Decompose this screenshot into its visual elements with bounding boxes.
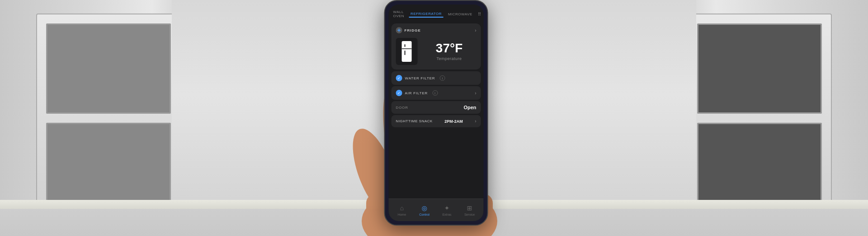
more-apps-icon[interactable]: ⠿ — [478, 12, 481, 17]
water-filter-label: WATER FILTER — [405, 76, 435, 80]
nav-service-label: Service — [464, 213, 475, 216]
nav-item-home[interactable]: ⌂ Home — [397, 204, 406, 216]
tab-refrigerator[interactable]: REFRIGERATOR — [409, 11, 443, 18]
svg-rect-0 — [402, 41, 412, 62]
nav-home-label: Home — [398, 213, 406, 216]
snack-time: 2PM-2AM — [444, 119, 463, 124]
nav-control-label: Control — [419, 213, 429, 216]
air-filter-info-icon[interactable]: i — [432, 90, 438, 96]
right-oven-lower — [697, 123, 822, 213]
water-filter-row[interactable]: ✓ WATER FILTER i — [392, 71, 481, 85]
door-status: Open — [463, 105, 476, 110]
nav-extras-label: Extras — [443, 213, 452, 216]
svg-rect-3 — [405, 51, 406, 55]
air-filter-label: AIR FILTER — [405, 91, 428, 95]
nav-tabs-bar: WALL OVEN REFRIGERATOR MICROWAVE ⠿ — [389, 5, 484, 22]
fridge-header[interactable]: FRIDGE › — [392, 23, 481, 36]
svg-rect-2 — [405, 44, 406, 47]
right-appliance — [687, 14, 832, 221]
fridge-section: FRIDGE › 37°F Tem — [392, 23, 481, 69]
snack-chevron-icon: › — [475, 119, 476, 124]
nav-item-service[interactable]: ⊞ Service — [464, 204, 475, 216]
service-icon: ⊞ — [465, 204, 474, 212]
home-icon: ⌂ — [397, 204, 406, 212]
fridge-chevron-icon: › — [475, 28, 476, 33]
door-row: DOOR Open — [392, 101, 481, 114]
water-filter-left: ✓ WATER FILTER i — [396, 75, 445, 81]
air-filter-left: ✓ AIR FILTER i — [396, 90, 438, 96]
air-filter-check-icon: ✓ — [396, 90, 402, 96]
temperature-label: Temperature — [422, 56, 476, 61]
left-appliance — [36, 14, 181, 221]
snack-row[interactable]: NIGHTTIME SNACK 2PM-2AM › — [392, 115, 481, 127]
snack-label: NIGHTTIME SNACK — [396, 119, 433, 123]
control-icon: ◎ — [420, 204, 429, 212]
fridge-svg-icon — [401, 41, 413, 62]
tab-microwave[interactable]: MICROWAVE — [446, 11, 474, 17]
door-label: DOOR — [396, 106, 408, 110]
air-filter-chevron-icon: › — [475, 91, 476, 96]
bottom-nav-bar: ⌂ Home ◎ Control ✦ Extras ⊞ Service — [389, 199, 484, 221]
water-filter-check-icon: ✓ — [396, 75, 402, 81]
phone-screen: WALL OVEN REFRIGERATOR MICROWAVE ⠿ FRIDG… — [389, 5, 484, 221]
fridge-header-left: FRIDGE — [396, 27, 421, 33]
tab-wall-oven[interactable]: WALL OVEN — [391, 9, 406, 19]
phone: WALL OVEN REFRIGERATOR MICROWAVE ⠿ FRIDG… — [384, 0, 488, 226]
temperature-value: 37°F — [422, 42, 476, 55]
extras-icon: ✦ — [442, 204, 451, 212]
left-oven-upper — [46, 23, 171, 114]
air-filter-row[interactable]: ✓ AIR FILTER i › — [392, 86, 481, 100]
temperature-display: 37°F Temperature — [392, 36, 481, 69]
right-oven-upper — [697, 23, 822, 114]
hand-phone-container: WALL OVEN REFRIGERATOR MICROWAVE ⠿ FRIDG… — [339, 0, 529, 236]
fridge-status-icon — [396, 27, 402, 33]
nav-item-control[interactable]: ◎ Control — [419, 204, 429, 216]
fridge-label: FRIDGE — [405, 28, 421, 32]
nav-item-extras[interactable]: ✦ Extras — [442, 204, 451, 216]
fridge-appliance-icon — [396, 38, 418, 65]
water-filter-info-icon[interactable]: i — [439, 75, 445, 81]
temperature-info: 37°F Temperature — [422, 42, 476, 61]
left-oven-lower — [46, 123, 171, 213]
